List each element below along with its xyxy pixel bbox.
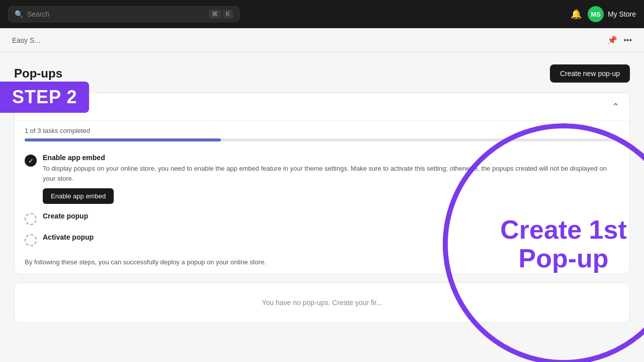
- tasks-completed-label: 1 of 3 tasks completed: [25, 127, 619, 134]
- search-bar[interactable]: 🔍 Search ⌘ K: [8, 6, 239, 22]
- step-badge: STEP 2: [0, 82, 89, 113]
- search-placeholder: Search: [27, 10, 205, 18]
- task-pending-icon-create: [25, 213, 37, 225]
- setup-guide-card: Setup guide ⌃ 1 of 3 tasks completed ✓ E…: [14, 93, 630, 274]
- task-done-icon: ✓: [25, 155, 37, 167]
- task-desc-enable-embed: To display popups on your online store, …: [43, 164, 619, 183]
- user-name: My Store: [608, 10, 636, 18]
- task-content-enable-embed: Enable app embed To display popups on yo…: [43, 154, 619, 204]
- k-key: K: [223, 10, 233, 19]
- progress-bar-fill: [25, 138, 221, 141]
- enable-app-embed-button[interactable]: Enable app embed: [43, 188, 114, 204]
- task-title-create-popup: Create popup: [43, 212, 619, 220]
- page-title-row: Pop-ups Create new pop-up: [14, 64, 630, 83]
- task-item-enable-embed: ✓ Enable app embed To display popups on …: [25, 150, 619, 208]
- task-list: ✓ Enable app embed To display popups on …: [15, 150, 629, 258]
- task-content-activate-popup: Activate popup: [43, 233, 619, 243]
- setup-guide-footer: By following these steps, you can succes…: [15, 258, 629, 274]
- empty-state-card: You have no pop-ups. Create your fir...: [14, 282, 630, 323]
- pin-icon[interactable]: 📌: [607, 35, 617, 45]
- more-options-icon[interactable]: •••: [623, 36, 632, 45]
- subheader: Easy S... 📌 •••: [0, 28, 644, 52]
- task-title-enable-embed: Enable app embed: [43, 154, 619, 162]
- search-icon: 🔍: [15, 10, 23, 18]
- topbar: 🔍 Search ⌘ K 🔔 MS My Store: [0, 0, 644, 28]
- collapse-icon: ⌃: [612, 101, 619, 112]
- task-content-create-popup: Create popup: [43, 212, 619, 222]
- setup-footer-text: By following these steps, you can succes…: [25, 258, 266, 266]
- empty-state-text: You have no pop-ups. Create your fir...: [262, 299, 382, 307]
- progress-bar-background: [25, 138, 619, 141]
- progress-section: 1 of 3 tasks completed: [15, 121, 629, 141]
- setup-guide-header[interactable]: Setup guide ⌃: [15, 93, 629, 121]
- task-item-activate-popup: Activate popup: [25, 229, 619, 250]
- create-popup-button[interactable]: Create new pop-up: [550, 64, 630, 83]
- subheader-actions: 📌 •••: [607, 35, 632, 45]
- search-shortcut: ⌘ K: [209, 10, 233, 19]
- avatar: MS: [588, 6, 604, 22]
- task-item-create-popup: Create popup: [25, 208, 619, 229]
- task-pending-icon-activate: [25, 234, 37, 246]
- main-content: STEP 2 Pop-ups Create new pop-up Setup g…: [0, 52, 644, 335]
- notification-bell-icon[interactable]: 🔔: [571, 9, 582, 20]
- task-title-activate-popup: Activate popup: [43, 233, 619, 241]
- app-name-label: Easy S...: [12, 36, 40, 44]
- cmd-key: ⌘: [209, 10, 221, 19]
- page-title: Pop-ups: [14, 66, 62, 81]
- user-menu[interactable]: MS My Store: [588, 6, 636, 22]
- topbar-right: 🔔 MS My Store: [571, 6, 636, 22]
